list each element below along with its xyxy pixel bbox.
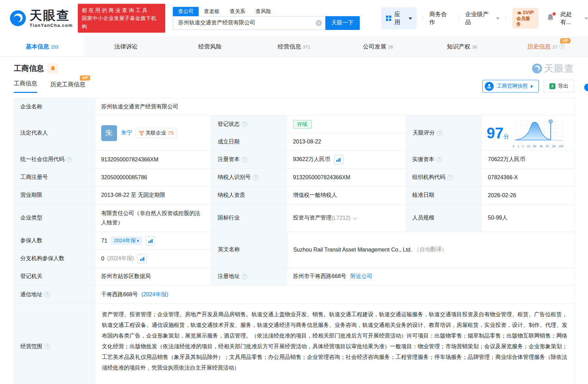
vip-badge: VIP [80,75,90,81]
vip-badge: VIP [560,38,570,43]
arrow-right-icon [531,85,533,88]
taxpayer-quality-label: 纳税人资质 [211,186,287,204]
tab-operation-info[interactable]: 经营信息 371 [252,36,336,56]
section-title: 工商信息 [14,63,44,74]
tab-history-info[interactable]: VIP 历史信息 27 ? [504,36,588,56]
company-type-label: 企业类型 [14,204,95,232]
stamp-icon [485,82,494,91]
tianyancha-logo-icon [532,63,542,74]
table-row: 通信地址 ? 干将西路668号 (2024年报) [14,286,574,304]
reg-address-value: 苏州市干将西路668号 附近公司 [287,268,574,285]
monitor-bell-button[interactable] [48,63,58,74]
business-scope-label: 经营范围 ? [14,304,95,384]
search-button[interactable]: 天眼一下 [325,16,360,30]
table-row: 登记机关 苏州市姑苏区数据局 注册地址 ? 苏州市干将西路668号 附近公司 [14,268,574,286]
tab-operation-risk[interactable]: 经营风险 [168,36,252,56]
user-account-menu[interactable]: 此处有... [560,10,588,26]
business-term-value: 2013-08-22 至 无固定期限 [95,186,212,204]
notification-bell-button[interactable] [547,13,554,23]
table-row: 经营范围 ? 资产管理、投资管理；企业管理。房地产开发及商品房销售。轨道交通上盖… [14,304,574,384]
search-tab-risk[interactable]: 查风险 [250,7,276,16]
nearby-companies-link[interactable]: 附近公司 [350,273,372,280]
help-icon[interactable]: ? [253,175,258,180]
export-button[interactable]: X 导出 [544,80,574,93]
table-row: 工商注册号 320500000085786 纳税人识别号 ? 913205000… [14,169,574,186]
score-value: 97分 [482,116,574,150]
legal-rep-name-link[interactable]: 朱宁 [121,129,132,137]
search-tab-company[interactable]: 查公司 [173,7,199,16]
subtab-history-business-info[interactable]: VIP 历史工商信息 [50,81,85,93]
reg-number-label: 工商注册号 [14,169,95,186]
score-bell-curve-chart: 0131550859799100 [512,118,564,148]
reg-authority-label: 登记机关 [14,268,95,285]
chevron-down-icon [409,18,412,20]
business-scope-value: 资产管理、投资管理；企业管理。房地产开发及商品房销售。轨道交通上盖物业开发、销售… [95,304,574,384]
logo-brand-name: 天眼查 [30,9,73,22]
tianyancha-logo[interactable]: 天眼查 TianYanCha.com [10,9,73,28]
paid-capital-value: 70622万人民币 [482,151,574,168]
search-tab-relation[interactable]: 查关系 [224,7,250,16]
help-icon[interactable]: ? [437,157,442,162]
status-badge: 存续 [293,120,312,129]
score-axis-labels: 0131550859799100 [512,145,564,148]
branch-insured-value: 0 (2024年报) [95,250,212,267]
nav-enterprise-products[interactable]: 企业级产品 [465,10,500,26]
top-header: 天眼查 TianYanCha.com 都在用的商业查询工具 国家中小企业发展子基… [0,0,588,36]
tab-intellectual-property[interactable]: 知识产权 38 [420,36,504,56]
capital-trend-chart-button[interactable] [334,155,343,164]
nav-apps-menu[interactable]: 应用 [381,7,417,29]
grid-icon [386,15,392,21]
search-block: 查公司 查老板 查关系 查风险 ✕ 天眼一下 [173,7,359,30]
help-icon[interactable]: ? [242,274,247,279]
clear-search-icon[interactable]: ✕ [316,20,322,26]
table-row: 统一社会信用代码 ? 9132050007824366XM 注册资本 ? 936… [14,151,574,169]
legal-rep-label: 法定代表人 [14,116,95,150]
tab-legal-litigation[interactable]: 法律诉讼 [84,36,168,56]
credit-code-label: 统一社会信用代码 ? [14,151,95,168]
reg-number-value: 320500000085786 [95,169,212,186]
help-icon[interactable]: ? [448,175,453,180]
branch-trend-chart-button[interactable] [137,254,147,263]
establish-date-label: 成立日期 [211,133,287,150]
help-icon[interactable]: ? [242,157,247,162]
company-type-value: 有限责任公司（非自然人投资或控股的法人独资） [95,204,212,232]
insured-trend-chart-button[interactable] [146,236,155,245]
tab-company-development[interactable]: 公司发展 26 [336,36,420,56]
tianyancha-page: 天眼查 TianYanCha.com 都在用的商业查询工具 国家中小企业发展子基… [0,0,588,384]
insured-count-label: 参保人数 [14,232,95,249]
annual-report-2024-pill[interactable]: 2024年报 [111,236,142,245]
help-icon[interactable]: ? [242,121,247,127]
help-icon[interactable]: ? [44,344,50,349]
subtab-business-info[interactable]: 工商信息 [14,79,37,93]
paid-capital-label: 实缴资本 ? [406,151,482,168]
tab-basic-info[interactable]: 基本信息 153 [0,36,84,56]
nav-business-cooperation[interactable]: 商务合作 [429,10,452,26]
help-icon[interactable]: ? [44,292,50,297]
table-row: 参保人数 71 2024年报 分支机构参保人数 [14,232,574,268]
taxpayer-id-label: 纳税人识别号 ? [211,169,287,186]
help-icon[interactable]: ? [66,157,72,162]
divider [423,15,423,21]
related-companies-badge[interactable]: 关联企业 75 [136,128,177,138]
approval-date-label: 核准日期 [406,186,482,204]
business-term-label: 营业期限 [14,186,95,204]
branch-insured-label: 分支机构参保人数 [14,250,95,267]
legal-rep-avatar[interactable]: 朱 [101,125,117,141]
search-tabs: 查公司 查老板 查关系 查风险 [173,7,359,16]
table-row: 企业名称 苏州轨道交通资产经营有限公司 [14,98,574,116]
reg-status-value: 存续 [287,116,406,133]
svip-membership-button[interactable]: SVIP 会员服务 [512,8,538,29]
slogan-line-2: 国家中小企业发展子基金旗下机构 [82,14,161,30]
credit-code-value: 9132050007824366XM [95,151,212,168]
reg-address-label: 注册地址 ? [211,268,287,285]
chevron-down-icon[interactable] [353,215,357,219]
search-input[interactable] [178,20,315,26]
official-snapshot-button[interactable]: 工商官网快照 [482,80,539,93]
annual-report-link[interactable]: (2024年报) [141,291,168,298]
excel-icon: X [549,83,555,89]
org-code-label: 组织机构代码 ? [406,169,482,186]
search-tab-boss[interactable]: 查老板 [199,7,224,16]
branch-report-note: (2024年报) [107,255,134,262]
help-icon[interactable]: ? [437,130,442,136]
help-icon[interactable]: ? [559,44,565,49]
